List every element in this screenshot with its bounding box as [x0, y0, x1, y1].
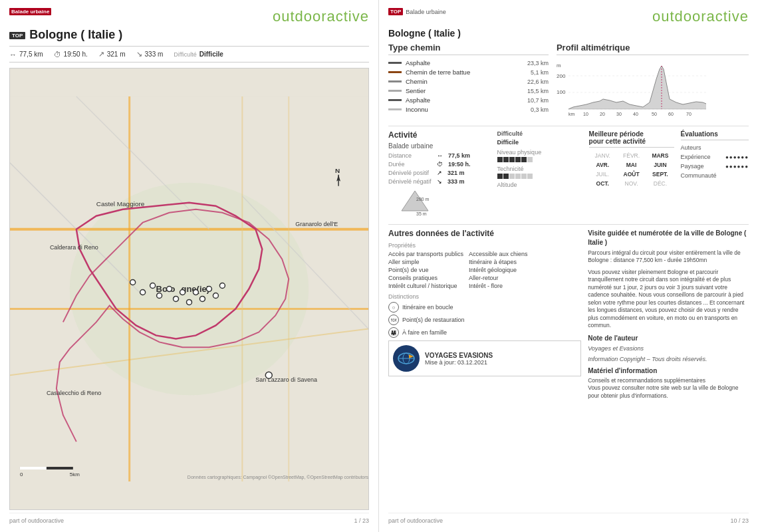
chemin-row-4: Sentier 15,5 km [388, 87, 549, 94]
svg-text:Calderara di Reno: Calderara di Reno [50, 244, 98, 251]
activite-altitude: 280 m 35 m [388, 188, 491, 219]
activite-box: Activité Balade urbaine Distance ↔ 77,5 … [388, 130, 491, 219]
autres-col: Autres données de l'activité Propriétés … [388, 229, 581, 510]
prop-list-1: Accès par transports publics Aller simpl… [388, 251, 463, 289]
svg-point-20 [140, 289, 146, 295]
activite-distance: Distance ↔ 77,5 km [388, 152, 491, 159]
svg-point-25 [180, 289, 186, 295]
right-category-badge: TOP Balade urbaine [388, 8, 446, 15]
svg-point-27 [193, 289, 198, 295]
svg-text:5km: 5km [70, 471, 80, 477]
left-top-badge: TOP [9, 32, 25, 39]
bottom-section: Autres données de l'activité Propriétés … [388, 224, 749, 510]
svg-text:km: km [568, 112, 575, 116]
svg-text:20: 20 [600, 112, 605, 116]
left-page: Balade urbaine outdooractive TOPBologne … [0, 0, 379, 532]
right-page-title: Bologne ( Italie ) [388, 28, 749, 39]
left-footer-brand: part of outdooractive [9, 517, 64, 524]
svg-rect-37 [20, 467, 47, 469]
chemin-row-5: Asphalte 10,7 km [388, 96, 549, 104]
svg-text:70: 70 [686, 112, 692, 116]
note-value: Voyages et Evasions [588, 344, 749, 353]
right-top-badge: TOP [388, 8, 403, 15]
svg-text:60: 60 [668, 112, 674, 116]
activite-denivele-neg: Dénivelé négatif ↘ 333 m [388, 178, 491, 185]
left-stats-bar: ↔ 77,5 km ⏱ 19:50 h. ↗ 321 m ↘ 333 m Dif… [9, 46, 369, 63]
svg-text:San Lazzaro di Savena: San Lazzaro di Savena [255, 376, 317, 383]
left-header: Balade urbaine outdooractive [9, 8, 369, 25]
description-text: Parcours intégral du circuit pour visite… [588, 249, 749, 265]
activite-denivele-pos: Dénivelé positif ↗ 321 m [388, 170, 491, 176]
eval-auteurs: Auteurs [681, 144, 749, 151]
svg-text:Données cartographiques: Campa: Données cartographiques: Campagnol ©Open… [188, 475, 368, 480]
svg-point-30 [213, 293, 218, 298]
month-grid: JANV. FÉVR. MARS AVR. MAI JUIN JUIL. AOÛ… [589, 152, 674, 188]
svg-text:N: N [335, 167, 340, 174]
meilleure-box: Meilleure périodepour cette activité JAN… [589, 130, 674, 219]
clock-icon: ⏱ [54, 51, 61, 59]
prop-col-2: Accessible aux chiens Itinéraire à étape… [469, 242, 528, 291]
map-svg: Castel Maggiore Calderara di Reno Granar… [10, 68, 368, 509]
difficulty-value: Difficile [497, 139, 582, 146]
materiel-title: Matériel d'information [588, 366, 749, 376]
eval-box: Évaluations Auteurs Expérience ●●●●●● Pa… [681, 130, 749, 219]
eval-paysage: Paysage ●●●●●● [681, 163, 749, 170]
right-category-label: Balade urbaine [406, 9, 446, 15]
left-page-title: TOPBologne ( Italie ) [9, 28, 369, 42]
family-icon: 👨‍👩‍👧 [388, 327, 399, 338]
svg-text:200: 200 [557, 73, 566, 79]
svg-text:280 m: 280 m [416, 197, 430, 201]
profil-section: Profil altimétrique m 200 100 [557, 43, 749, 120]
svg-text:100: 100 [557, 89, 566, 95]
right-content: Type chemin Asphalte 23,3 km Chemin de t… [388, 43, 749, 510]
autres-title: Autres données de l'activité [388, 229, 581, 238]
svg-text:40: 40 [633, 112, 638, 116]
dist-3: 👨‍👩‍👧 À faire en famille [388, 327, 581, 338]
materiel-text: Conseils et recommandations supplémentai… [588, 377, 749, 400]
stat-ascent: ↗ 321 m [98, 50, 126, 59]
right-brand: outdooractive [652, 8, 749, 25]
eval-title: Évaluations [681, 130, 749, 140]
distance-icon: ↔ [9, 51, 17, 59]
stat-distance: ↔ 77,5 km [9, 51, 43, 59]
right-page: TOP Balade urbaine outdooractive Bologne… [379, 0, 758, 532]
mid-section: Activité Balade urbaine Distance ↔ 77,5 … [388, 126, 749, 219]
distinctions-section: Distinctions ○ Itinéraire en boucle 🍽 Po… [388, 293, 581, 338]
svg-text:Granarolo dell'E: Granarolo dell'E [295, 221, 338, 227]
svg-point-28 [199, 296, 205, 301]
profil-svg: m 200 100 [557, 59, 709, 119]
profil-title: Profil altimétrique [557, 43, 749, 55]
niveau-dots [497, 157, 582, 162]
voyages-box: VOYAGES EVASIONS Mise à jour: 03.12.2021 [388, 340, 581, 376]
svg-point-22 [157, 293, 162, 298]
right-page-number: 10 / 23 [730, 517, 749, 524]
left-footer: part of outdooractive 1 / 23 [9, 513, 369, 524]
description-col: Visite guidée et numérotée de la ville d… [588, 229, 749, 510]
svg-text:Casalecchio di Reno: Casalecchio di Reno [47, 390, 101, 396]
svg-point-31 [219, 283, 225, 289]
eval-communaute: Communauté [681, 172, 749, 179]
top-section: Type chemin Asphalte 23,3 km Chemin de t… [388, 43, 749, 120]
chemin-line-5 [388, 99, 402, 101]
prop-col-1: Propriétés Accès par transports publics … [388, 242, 463, 291]
svg-point-24 [174, 296, 179, 301]
svg-text:Castel Maggiore: Castel Maggiore [96, 200, 145, 207]
voyages-update: Mise à jour: 03.12.2021 [425, 359, 493, 366]
type-chemin-section: Type chemin Asphalte 23,3 km Chemin de t… [388, 43, 549, 120]
svg-text:0: 0 [20, 471, 23, 477]
svg-text:m: m [557, 63, 561, 68]
activite-subtitle: Balade urbaine [388, 142, 491, 150]
meilleure-title: Meilleure périodepour cette activité [589, 130, 674, 148]
technicite-dots [497, 174, 582, 179]
chemin-line-2 [388, 71, 402, 73]
svg-text:35 m: 35 m [416, 211, 427, 216]
activite-title: Activité [388, 130, 491, 140]
svg-text:50: 50 [652, 112, 657, 116]
svg-text:30: 30 [616, 112, 622, 116]
map-container: Castel Maggiore Calderara di Reno Granar… [9, 68, 369, 510]
chemin-row-3: Chemin 22,6 km [388, 78, 549, 85]
dist-2: 🍽 Point(s) de restauration [388, 315, 581, 325]
eval-experience: Expérience ●●●●●● [681, 154, 749, 160]
note-label: Note de l'auteur [588, 334, 749, 343]
chemin-row-6: Inconnu 0,3 km [388, 106, 549, 113]
